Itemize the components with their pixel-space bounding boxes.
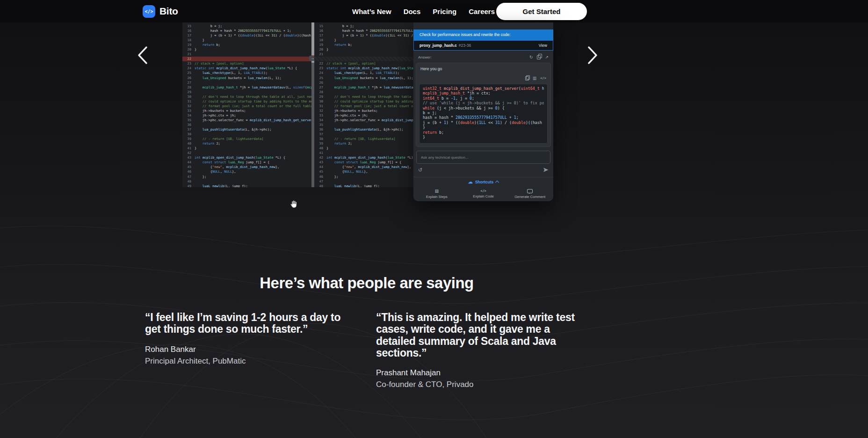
code-line: 35 jh->phc.selector_func = mcplib_dist_j… (182, 118, 311, 123)
code-line: 23static int mcplib_dist_jump_hash_new(l… (314, 66, 413, 71)
bito-landing-page: </> Bito What’s New Docs Pricing Careers… (0, 0, 868, 438)
line-number: 45 (314, 169, 326, 174)
line-number: 47 (314, 179, 326, 184)
answer-text: Here you go (416, 63, 550, 71)
code-line: 19 return b; (182, 43, 311, 47)
code-line: 33 jh->buckets = buckets; (182, 109, 311, 113)
code-line: 22// stack = [pool, option] (314, 61, 413, 66)
send-icon[interactable] (543, 167, 549, 173)
nav-link-docs[interactable]: Docs (404, 7, 421, 15)
line-number: 21 (314, 52, 326, 57)
line-text (326, 179, 413, 184)
chat-code-line: return b; (423, 130, 544, 135)
line-number: 45 (182, 165, 195, 169)
undo-icon[interactable]: ↺ (418, 168, 422, 173)
code-line: 36 (182, 123, 311, 127)
file-name: proxy_jump_hash.c (420, 43, 457, 48)
code-line: 38 // - return [UD, lightuserdata] (314, 137, 413, 141)
shortcut-label: Explain Code (473, 194, 494, 198)
testimonial-title: Co-founder & CTO, Privado (376, 380, 588, 389)
line-number: 25 (314, 76, 326, 80)
generate-comment-icon (527, 189, 533, 193)
line-number: 29 (314, 95, 326, 99)
shortcuts-toggle[interactable]: ☁ Shortcuts (413, 177, 553, 187)
line-text: // could optimize startup time by adding… (326, 99, 413, 104)
shortcut-generate-comment[interactable]: Generate Comment (506, 186, 553, 201)
code-line: 29 (182, 90, 311, 95)
code-line: 36 lua_pushlightuserdata(L, &jh->phc); (314, 127, 413, 132)
line-range: #23-36 (459, 43, 471, 48)
code-line: 46 {NULL, NULL}, (182, 169, 311, 174)
code-line: 17 j = (b + 1) * ((double)(1LL << 31) / … (314, 33, 413, 38)
code-line: 43 const struct luaL_Reg jump_f[] = { (314, 160, 413, 165)
shortcut-explain-steps[interactable]: ▤ Explain Steps (413, 186, 460, 201)
line-number: 30 (314, 99, 326, 104)
chat-code-line: } (423, 135, 544, 139)
line-number: 16 (314, 29, 326, 33)
code-line: 48 luaL_newlib(L, jump_f); (314, 184, 413, 187)
code-line: 31 // format pool (ie; just a total coun… (314, 104, 413, 109)
line-text: lua_Unsigned buckets = lua_rawlen(L, 1); (195, 76, 311, 80)
line-text: luaL_newlib(L, jump_f); (326, 184, 413, 187)
line-number: 36 (182, 123, 195, 127)
code-line: 37 (314, 132, 413, 137)
line-text: } (326, 47, 413, 52)
code-line: 27 mcplib_jump_hash_t *jh = lua_newuserd… (314, 85, 413, 90)
code-reference-chip[interactable]: proxy_jump_hash.c #23-36 View (413, 40, 553, 51)
line-text: return 2; (326, 141, 413, 146)
line-text (326, 52, 413, 57)
insert-code-icon[interactable]: </> (540, 77, 546, 80)
nav-links: What’s New Docs Pricing Careers (352, 0, 495, 22)
regenerate-icon[interactable]: ↻ (529, 55, 533, 59)
shortcut-explain-code[interactable]: </> Explain Code (460, 186, 507, 201)
line-number: 25 (182, 71, 195, 75)
line-number: 19 (314, 43, 326, 47)
line-number: 27 (314, 85, 326, 90)
line-text: // format pool (ie; just a total count o… (195, 104, 311, 109)
code-line: 21 (182, 52, 311, 57)
copy-icon[interactable] (537, 55, 541, 59)
carousel-prev-button[interactable] (135, 45, 151, 66)
code-line: 19 return b; (314, 43, 413, 47)
code-line: 32 // format pool (ie; just a total coun… (182, 104, 311, 109)
nav-link-careers[interactable]: Careers (469, 7, 495, 15)
line-number: 44 (314, 165, 326, 169)
line-number: 39 (182, 137, 195, 141)
line-number: 43 (182, 155, 195, 160)
nav-link-whats-new[interactable]: What’s New (352, 7, 391, 15)
line-text: const struct luaL_Reg jump_f[] = { (326, 160, 413, 165)
line-text: j = (b + 1) * ((double)(1LL << 31) / (do… (326, 33, 413, 38)
carousel-next-button[interactable] (585, 45, 600, 66)
chat-prompt: Check for performance issues and rewrite… (413, 29, 553, 40)
nav-link-pricing[interactable]: Pricing (433, 7, 456, 15)
get-started-button[interactable]: Get Started (496, 3, 587, 20)
line-text: b = j; (195, 24, 311, 29)
view-button[interactable]: View (539, 43, 547, 48)
line-number: 24 (314, 71, 326, 75)
diff-view-icon[interactable]: ▥ (533, 76, 537, 80)
code-line: 47 }; (182, 175, 311, 179)
question-input[interactable] (417, 151, 550, 163)
line-text: {"new", mcplib_dist_jump_hash_new}, (195, 165, 311, 169)
line-text: // - return [UD, lightuserdata] (326, 137, 413, 141)
brand-logo[interactable]: </> Bito (143, 0, 178, 22)
line-text: luaL_checktype(L, 1, LUA_TTABLE); (195, 71, 311, 75)
line-number: 20 (182, 47, 195, 52)
line-text (326, 57, 413, 61)
code-line: 34 jh->phc.selector_func = mcplib_dist_j… (314, 118, 413, 123)
line-number: 46 (182, 169, 195, 174)
export-icon[interactable]: ↗ (545, 55, 549, 59)
line-number: 31 (314, 104, 326, 109)
answer-code-block: uint32_t mcplib_dist_jump_hash_get_serve… (419, 84, 548, 144)
line-number: 21 (182, 52, 195, 57)
brand-name: Bito (159, 6, 178, 17)
line-number: 41 (182, 146, 195, 151)
line-number: 38 (182, 132, 195, 137)
line-text: luaL_checktype(L, 1, LUA_TTABLE); (326, 71, 413, 75)
line-number: 43 (314, 160, 326, 165)
copy-code-icon[interactable] (525, 76, 529, 80)
code-line: 24 luaL_checktype(L, 1, LUA_TTABLE); (314, 71, 413, 75)
line-number: 19 (182, 43, 195, 47)
code-line: 16 hash = hash * 2862933555777941757ULL … (182, 29, 311, 33)
line-number: 17 (182, 33, 195, 38)
